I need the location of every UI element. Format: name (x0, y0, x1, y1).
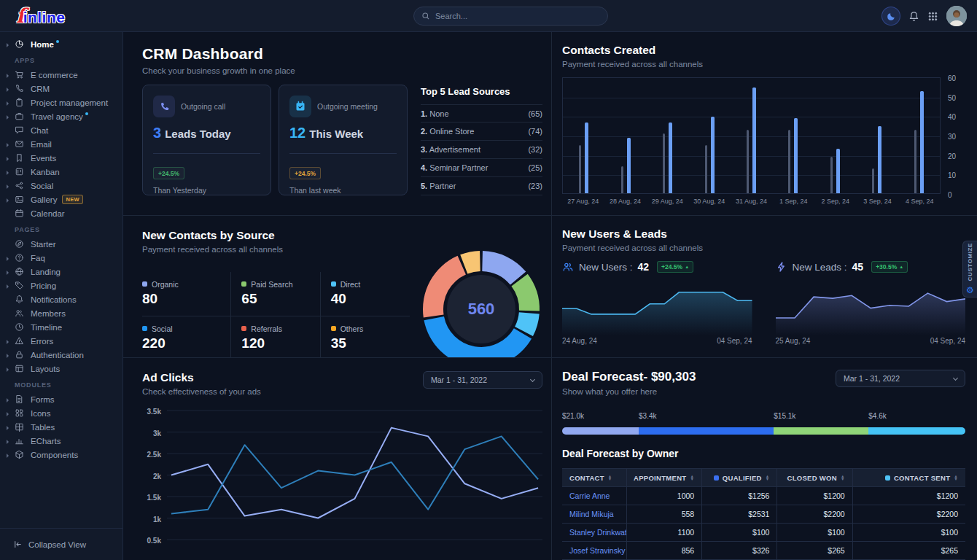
column-header-closed-won[interactable]: CLOSED WON▲▼ (777, 469, 852, 487)
sidebar-item-calendar[interactable]: Calendar (0, 206, 122, 220)
column-header-qualified[interactable]: QUALIFIED▲▼ (702, 469, 777, 487)
column-header-contact-sent[interactable]: CONTACT SENT▲▼ (852, 469, 965, 487)
search-input[interactable] (435, 12, 581, 20)
contacts-created-subtitle: Payment received across all channels (562, 60, 965, 69)
customize-tab[interactable]: CUSTOMIZE ⚙ (962, 241, 977, 298)
sidebar-item-echarts[interactable]: ECharts (0, 434, 122, 448)
sidebar-item-layouts[interactable]: Layouts (0, 362, 122, 376)
collapse-icon (13, 540, 23, 549)
users-date-end: 04 Sep, 24 (717, 337, 752, 345)
caret-icon (7, 365, 12, 373)
page-title: CRM Dashboard (142, 45, 542, 63)
ad-clicks-date-range-dropdown[interactable]: Mar 1 - 31, 2022 (423, 371, 542, 389)
file-icon (15, 394, 25, 405)
table-row: Josef Stravinsky856$326$265$265 (562, 542, 965, 560)
users-icon (562, 261, 574, 273)
sidebar-item-members[interactable]: Members (0, 306, 122, 320)
forecast-segment (868, 427, 965, 435)
deal-forecast-subtitle: Show what you offer here (562, 387, 696, 396)
sidebar-item-notifications[interactable]: Notifications (0, 292, 122, 306)
sidebar-item-icons[interactable]: Icons (0, 406, 122, 420)
notifications-button[interactable] (908, 11, 919, 22)
contact-link[interactable]: Stanley Drinkwater (562, 524, 626, 542)
arrow-up-icon: ▲ (899, 265, 903, 269)
apps-grid-icon (927, 11, 938, 22)
moon-icon (887, 12, 896, 21)
sidebar-item-project-management[interactable]: Project management (0, 96, 122, 109)
sidebar-item-timeline[interactable]: Timeline (0, 320, 122, 334)
contact-link[interactable]: Milind Mikuja (562, 505, 626, 524)
ad-clicks-plot (167, 408, 542, 560)
sidebar-item-authentication[interactable]: Authentication (0, 348, 122, 362)
leads-date-end: 04 Sep, 24 (930, 337, 965, 345)
column-header-appointment[interactable]: APPOINTMENT▲▼ (626, 469, 701, 487)
new-contacts-title: New Contacts by Source (142, 229, 542, 242)
caret-icon (7, 409, 12, 418)
kanban-icon (15, 167, 25, 177)
sidebar-item-label: Notifications (31, 295, 77, 304)
sidebar-item-label: Project management (31, 98, 108, 107)
customize-label: CUSTOMIZE (967, 243, 973, 281)
new-badge: NEW (62, 195, 82, 204)
sidebar-item-e-commerce[interactable]: E commerce (0, 68, 122, 82)
theme-toggle-button[interactable] (881, 7, 900, 26)
sidebar-item-home[interactable]: Home (0, 37, 122, 51)
forecast-segment (639, 427, 774, 435)
stat-card-footer: Than last week (289, 186, 397, 195)
sidebar-item-pricing[interactable]: Pricing (0, 279, 122, 292)
table-row: Milind Mikuja558$2531$2200$2200 (562, 505, 965, 524)
bookmark-icon (15, 153, 25, 163)
sidebar-item-label: Calendar (31, 209, 65, 218)
column-header-contact[interactable]: CONTACT▲▼ (562, 469, 626, 487)
sidebar-item-social[interactable]: Social (0, 179, 122, 192)
bell-icon (908, 11, 919, 22)
sidebar-item-label: E commerce (31, 71, 78, 79)
sort-icon: ▲▼ (954, 475, 958, 481)
sidebar-item-events[interactable]: Events (0, 151, 122, 165)
sidebar-item-label: Landing (31, 268, 61, 276)
lead-source-row: 1. None(65) (421, 104, 542, 122)
sort-icon: ▲▼ (690, 475, 694, 481)
question-icon (15, 253, 25, 263)
sidebar-item-chat[interactable]: Chat (0, 123, 122, 137)
sidebar-item-gallery[interactable]: GalleryNEW (0, 192, 122, 206)
lead-source-row: 3. Advertisement(32) (421, 141, 542, 159)
sidebar-item-tables[interactable]: Tables (0, 420, 122, 434)
sidebar-item-email[interactable]: Email (0, 137, 122, 151)
phone-call-icon (153, 96, 175, 117)
notification-dot (56, 40, 59, 43)
sidebar-section-modules: MODULES (0, 376, 122, 392)
contact-link[interactable]: Carrie Anne (562, 487, 626, 505)
sidebar-item-forms[interactable]: Forms (0, 392, 122, 406)
sidebar-item-crm[interactable]: CRM (0, 82, 122, 96)
sidebar-item-label: Layouts (31, 365, 60, 373)
caret-icon (7, 154, 12, 163)
deal-forecast-title: Deal Forecast- $90,303 (562, 370, 696, 384)
sidebar-item-errors[interactable]: Errors (0, 334, 122, 348)
sidebar-item-landing[interactable]: Landing (0, 265, 122, 279)
forecast-segment-label: $15.1k (774, 412, 795, 420)
sidebar-item-components[interactable]: Components (0, 448, 122, 462)
contacts-created-title: Contacts Created (562, 44, 965, 57)
collapse-view-button[interactable]: Collapsed View (0, 528, 122, 560)
lightning-icon (776, 261, 787, 273)
sidebar-item-faq[interactable]: Faq (0, 251, 122, 265)
apps-menu-button[interactable] (927, 11, 938, 22)
series-color-icon (885, 475, 890, 481)
deal-forecast-date-range-dropdown[interactable]: Mar 1 - 31, 2022 (836, 370, 965, 387)
contact-link[interactable]: Josef Stravinsky (562, 542, 626, 560)
sidebar-item-kanban[interactable]: Kanban (0, 165, 122, 179)
lead-source-row: 2. Online Store(74) (421, 122, 542, 141)
app-logo[interactable]: f inline (0, 4, 123, 27)
source-stats-grid: Organic80Paid Search65Direct40Social220R… (142, 272, 410, 359)
legend-dot-icon (331, 326, 336, 331)
sidebar-item-starter[interactable]: Starter (0, 237, 122, 251)
stat-card-value: 3 (153, 125, 161, 141)
table-icon (15, 422, 25, 432)
sidebar-item-travel-agency[interactable]: Travel agency (0, 109, 122, 123)
user-avatar[interactable] (946, 6, 967, 26)
caret-icon (7, 337, 12, 346)
caret-icon (7, 40, 12, 49)
stat-card-badge: +24.5% (289, 167, 321, 179)
stat-card-value: 12 (289, 125, 305, 141)
